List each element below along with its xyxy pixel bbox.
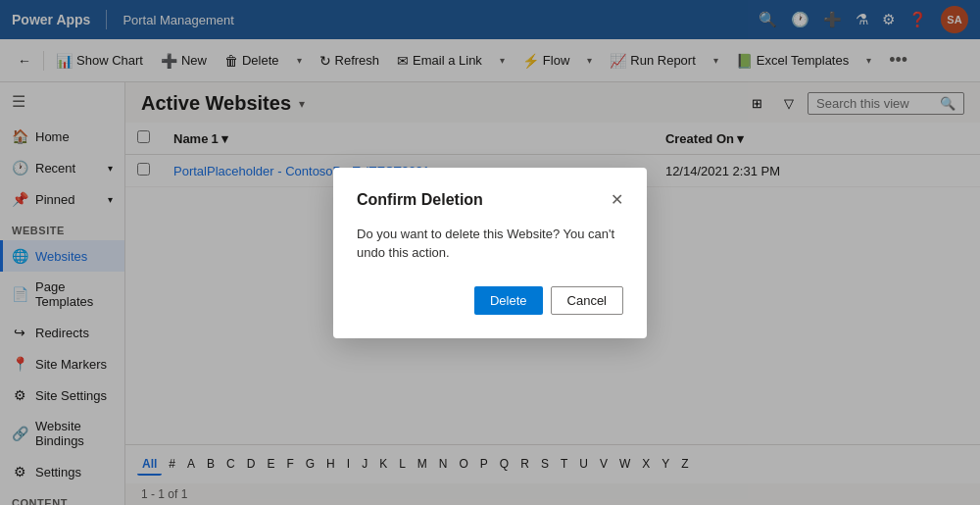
modal-close-button[interactable]: ✕: [611, 192, 623, 208]
modal-footer: Delete Cancel: [357, 286, 623, 315]
modal-header: Confirm Deletion ✕: [357, 191, 623, 209]
modal-cancel-button[interactable]: Cancel: [551, 286, 623, 315]
modal-overlay: Confirm Deletion ✕ Do you want to delete…: [0, 0, 980, 505]
modal-delete-button[interactable]: Delete: [474, 286, 543, 315]
confirm-deletion-modal: Confirm Deletion ✕ Do you want to delete…: [333, 168, 647, 338]
modal-title: Confirm Deletion: [357, 191, 483, 209]
modal-body: Do you want to delete this Website? You …: [357, 225, 623, 263]
